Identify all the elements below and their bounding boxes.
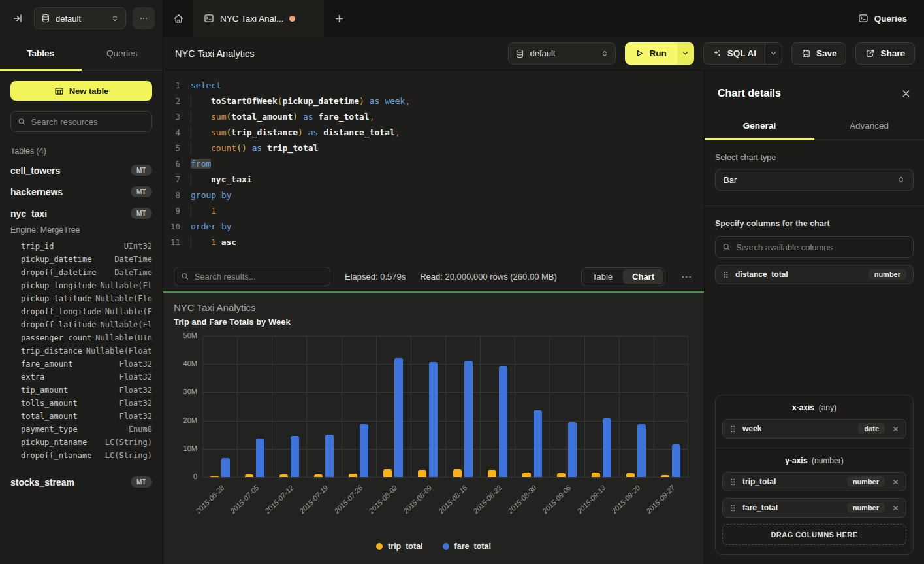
results-more-button[interactable]: ⋯: [680, 271, 693, 283]
sidebar-tab-tables[interactable]: Tables: [0, 37, 82, 70]
sql-ai-options-button[interactable]: [765, 43, 782, 64]
bar-trip_total[interactable]: [522, 473, 531, 477]
column-chip-fare_total[interactable]: fare_totalnumber: [722, 498, 906, 518]
chart-legend: trip_totalfare_total: [174, 542, 693, 551]
sidebar-header: default: [0, 0, 163, 37]
bar-fare_total[interactable]: [256, 439, 264, 477]
code-text: group by: [191, 190, 232, 200]
bar-trip_total[interactable]: [383, 469, 392, 477]
bar-fare_total[interactable]: [534, 410, 542, 477]
chevron-down-icon: [770, 50, 777, 57]
run-options-button[interactable]: [677, 42, 694, 65]
table-item-stocks_stream[interactable]: stocks_streamMT: [0, 471, 163, 493]
close-panel-button[interactable]: [901, 89, 911, 99]
bar-fare_total[interactable]: [568, 422, 577, 477]
editor-line: 2toStartOfWeek(pickup_datetime) as week,: [163, 93, 704, 108]
code-text: sum(trip_distance) as distance_total,: [191, 127, 400, 137]
sidebar-search[interactable]: [10, 111, 152, 132]
legend-dot: [443, 543, 449, 550]
bar-fare_total[interactable]: [499, 366, 507, 477]
view-toggle-chart[interactable]: Chart: [623, 269, 663, 284]
details-tab-advanced[interactable]: Advanced: [814, 112, 924, 139]
bar-fare_total[interactable]: [637, 424, 646, 477]
bar-trip_total[interactable]: [210, 476, 219, 477]
bar-fare_total[interactable]: [603, 418, 611, 477]
drag-handle[interactable]: [729, 478, 737, 486]
table-item-cell_towers[interactable]: cell_towersMT: [0, 159, 163, 181]
bar-fare_total[interactable]: [672, 444, 680, 477]
bar-trip_total[interactable]: [349, 474, 357, 477]
bar-fare_total[interactable]: [464, 361, 473, 477]
bar-trip_total[interactable]: [418, 470, 426, 477]
column-type: Nullable(Fl: [101, 281, 152, 290]
bar-fare_total[interactable]: [325, 435, 334, 477]
column-chip-distance_total[interactable]: distance_totalnumber: [715, 265, 914, 284]
query-tab-title: NYC Taxi Anal...: [220, 14, 283, 24]
new-table-button[interactable]: New table: [10, 81, 152, 101]
run-label: Run: [649, 48, 666, 58]
bar-trip_total[interactable]: [557, 473, 566, 477]
new-tab-button[interactable]: [324, 0, 354, 37]
column-row: extraFloat32: [0, 371, 163, 384]
share-button[interactable]: Share: [855, 42, 915, 65]
bar-trip_total[interactable]: [661, 475, 669, 477]
sql-ai-button[interactable]: SQL AI: [704, 43, 765, 64]
collapse-sidebar-button[interactable]: [8, 8, 27, 28]
view-toggle-table[interactable]: Table: [583, 269, 622, 284]
sql-editor[interactable]: 1select2toStartOfWeek(pickup_datetime) a…: [163, 71, 704, 261]
bar-trip_total[interactable]: [626, 473, 635, 477]
bar-trip_total[interactable]: [488, 470, 496, 477]
bar-fare_total[interactable]: [394, 358, 403, 477]
column-name: pickup_longitude: [21, 281, 101, 290]
drag-handle[interactable]: [722, 271, 729, 279]
bar-trip_total[interactable]: [453, 469, 462, 477]
query-tab-active[interactable]: NYC Taxi Anal...: [193, 0, 324, 37]
remove-column-button[interactable]: [892, 478, 899, 486]
chart-type-select[interactable]: Bar: [715, 169, 914, 191]
details-tab-general[interactable]: General: [705, 112, 814, 139]
home-button[interactable]: [163, 0, 193, 37]
table-item-nyc_taxi[interactable]: nyc_taxiMT: [0, 203, 163, 224]
drop-zone[interactable]: DRAG COLUMNS HERE: [722, 524, 906, 545]
remove-column-button[interactable]: [892, 425, 899, 433]
queries-menu-button[interactable]: Queries: [858, 0, 907, 37]
run-database-value: default: [530, 48, 596, 58]
column-name: tip_amount: [21, 386, 119, 395]
bar-fare_total[interactable]: [221, 458, 230, 477]
drag-handle[interactable]: [729, 425, 737, 433]
columns-search[interactable]: [715, 236, 914, 258]
column-chip-week[interactable]: weekdate: [722, 419, 906, 439]
bar-fare_total[interactable]: [291, 436, 299, 477]
run-database-selector[interactable]: default: [508, 42, 616, 65]
remove-column-button[interactable]: [892, 505, 899, 512]
results-search-input[interactable]: [195, 272, 323, 282]
table-item-hackernews[interactable]: hackernewsMT: [0, 181, 163, 203]
remove-icon: [892, 425, 899, 433]
bar-trip_total[interactable]: [245, 474, 253, 477]
code-text: 1 asc: [191, 237, 236, 247]
sidebar-search-input[interactable]: [31, 117, 145, 127]
legend-item-fare_total[interactable]: fare_total: [443, 542, 491, 551]
axes-config: x-axis (any) weekdate y-axis (number) tr…: [715, 395, 914, 555]
database-selector[interactable]: default: [34, 7, 126, 29]
table-name: cell_towers: [10, 165, 131, 176]
results-search[interactable]: [174, 267, 330, 286]
save-button[interactable]: Save: [791, 42, 847, 65]
chart-plot[interactable]: [202, 336, 688, 477]
bar-fare_total[interactable]: [360, 424, 368, 477]
bar-fare_total[interactable]: [429, 362, 438, 477]
legend-item-trip_total[interactable]: trip_total: [376, 542, 422, 551]
sidebar-more-button[interactable]: [133, 7, 155, 29]
chart-details-panel: Chart details GeneralAdvanced Select cha…: [704, 71, 924, 564]
run-button[interactable]: Run: [625, 42, 677, 65]
line-number: 9: [163, 206, 191, 216]
column-chip-trip_total[interactable]: trip_totalnumber: [722, 472, 906, 491]
bar-trip_total[interactable]: [279, 474, 288, 477]
drag-handle[interactable]: [729, 504, 737, 512]
y-axis-tick-label: 20M: [174, 416, 197, 424]
bar-trip_total[interactable]: [592, 473, 600, 477]
gridline-vertical: [445, 336, 446, 477]
bar-trip_total[interactable]: [314, 474, 323, 477]
columns-search-input[interactable]: [736, 242, 906, 252]
sidebar-tab-queries[interactable]: Queries: [82, 37, 163, 70]
